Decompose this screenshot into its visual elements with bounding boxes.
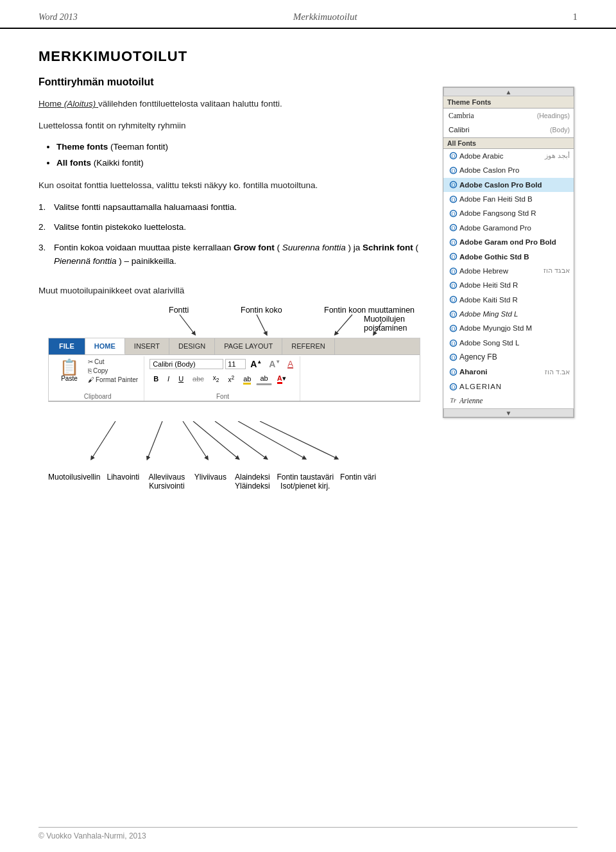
font-item-adobe-caslon-pro[interactable]: O Adobe Caslon Pro <box>443 163 574 177</box>
adobe-fan-heiti-name: Adobe Fan Heiti Std B <box>459 193 570 205</box>
font-item-adobe-kaiti[interactable]: O Adobe Kaiti Std R <box>443 293 574 307</box>
font-color-button[interactable]: A▾ <box>273 372 290 385</box>
tab-insert[interactable]: INSERT <box>125 338 169 354</box>
step3-text1: Fontin kokoa voidaan muuttaa piste kerra… <box>54 243 234 252</box>
font-item-adobe-garamond-pro[interactable]: O Adobe Garamond Pro <box>443 221 574 235</box>
svg-line-6 <box>183 421 207 458</box>
bold-button[interactable]: B <box>150 373 162 385</box>
algerian-name: ALGERIAN <box>459 381 570 392</box>
text-highlight-button[interactable]: ab <box>239 373 255 385</box>
strikethrough-button[interactable]: abc <box>189 373 208 385</box>
label-muotoilujen-poistaminen: Muotoilujen poistaminen <box>364 315 420 333</box>
tab-referen[interactable]: REFEREN <box>282 338 335 354</box>
font-icon-o13: O <box>449 324 458 333</box>
tab-home[interactable]: HOME <box>85 338 125 354</box>
font-item-calibri[interactable]: Calibri (Body) <box>443 123 574 137</box>
font-item-algerian[interactable]: O ALGERIAN <box>443 379 574 394</box>
step3-grow: Grow font <box>234 243 275 252</box>
all-fonts-header: All Fonts <box>443 137 574 149</box>
cut-button[interactable]: ✂ Cut <box>86 358 140 366</box>
tab-page-layout[interactable]: PAGE LAYOUT <box>215 338 282 354</box>
tab-file[interactable]: FILE <box>49 338 85 354</box>
font-item-adobe-hebrew[interactable]: O Adobe Hebrew אבגד הוז <box>443 264 574 278</box>
font-name-input[interactable] <box>150 359 223 369</box>
svg-text:O: O <box>451 370 455 376</box>
underline-button[interactable]: U <box>175 373 187 385</box>
bullet-parens-2: (Kaikki fontit) <box>94 158 144 168</box>
step3-italic2: Pienennä fonttia <box>54 256 117 266</box>
label-fontin-koon-muuttaminen: Fontin koon muuttaminen <box>324 306 415 315</box>
adobe-arabic-name: Adobe Arabic <box>459 150 542 162</box>
home-link[interactable]: Home (Aloitus) <box>38 99 98 109</box>
font-icon-o7: O <box>449 238 458 247</box>
intro-text1: välilehden fonttiluettelosta valitaan ha… <box>98 99 282 109</box>
bullet-bold-2: All fonts <box>56 158 91 168</box>
copy-button[interactable]: ⎘ Copy <box>86 367 140 375</box>
page-header: Word 2013 Merkkimuotoilut 1 <box>0 0 616 29</box>
font-item-adobe-fan-heiti[interactable]: O Adobe Fan Heiti Std B <box>443 192 574 206</box>
font-item-adobe-heiti[interactable]: O Adobe Heiti Std R <box>443 278 574 292</box>
font-item-adobe-myungjo[interactable]: O Adobe Myungjo Std M <box>443 321 574 335</box>
svg-text:O: O <box>451 240 455 246</box>
clear-formatting-button[interactable]: A <box>285 358 296 370</box>
font-item-arienne[interactable]: Tr Arienne <box>443 394 574 408</box>
font-row2: B I U abc x2 x2 ab <box>150 372 289 385</box>
italic-button[interactable]: I <box>164 373 173 385</box>
step-1: 1. Valitse fontti napsauttamalla haluama… <box>38 200 430 214</box>
yliviivaus-text: Yliviivaus <box>193 473 228 482</box>
font-item-adobe-garamond-pro-bold[interactable]: O Adobe Garam ond Pro Bold <box>443 235 574 249</box>
cambria-label: (Headings) <box>537 110 570 121</box>
font-item-adobe-caslon-pro-bold[interactable]: O Adobe Caslon Pro Bold <box>443 178 574 192</box>
tab-design[interactable]: DESIGN <box>169 338 215 354</box>
grow-font-button[interactable]: A▲ <box>248 358 264 370</box>
font-icon-o8: O <box>449 252 458 261</box>
step-2: 2. Valitse fontin pistekoko luettelosta. <box>38 220 430 234</box>
step-num-1: 1. <box>38 200 50 214</box>
list-item: Theme fonts (Teeman fontit) <box>56 140 430 155</box>
aharoni-rtl: אב.ד הוז <box>545 367 570 378</box>
font-item-adobe-arabic[interactable]: O Adobe Arabic أبجد هوز <box>443 149 574 163</box>
step-num-2: 2. <box>38 220 50 234</box>
format-painter-button[interactable]: 🖌 Format Painter <box>86 376 140 384</box>
bottom-arrows-area <box>48 421 420 473</box>
svg-text:O: O <box>451 269 455 275</box>
step-num-3: 3. <box>38 241 50 268</box>
copy-label: Copy <box>93 367 108 374</box>
font-item-adobe-ming[interactable]: O Adobe Ming Std L <box>443 307 574 321</box>
scroll-down-button[interactable]: ▼ <box>443 408 574 417</box>
font-item-agency-fb[interactable]: O Agency FB <box>443 350 574 365</box>
font-icon-o3: O <box>449 180 458 189</box>
clipboard-label: Clipboard <box>84 392 112 400</box>
superscript-button[interactable]: x2 <box>225 372 239 385</box>
label-fontti: Fontti <box>169 306 189 315</box>
adobe-gothic-std-name: Adobe Gothic Std B <box>459 251 570 263</box>
character-shading-button[interactable]: ab <box>256 372 271 385</box>
ribbon-group-font: A▲ A▼ A <box>146 356 300 401</box>
lihavointi-text: Lihavointi <box>105 473 141 482</box>
font-item-adobe-song[interactable]: O Adobe Song Std L <box>443 336 574 350</box>
subscript-button[interactable]: x2 <box>209 372 223 385</box>
bottom-labels-row: Muotoilusivellin Lihavointi Alleviivaus … <box>48 473 420 491</box>
muut-label: Muut muotoilupainikkeet ovat alarivillä <box>38 284 430 298</box>
font-item-cambria[interactable]: Cambria (Headings) <box>443 109 574 123</box>
label-lihavointi: Lihavointi <box>105 473 141 491</box>
bullets-intro: Luettelossa fontit on ryhmitelty ryhmiin <box>38 119 430 133</box>
adobe-heiti-name: Adobe Heiti Std R <box>459 279 570 291</box>
para2: Kun osoitat fonttia luettelossa, valittu… <box>38 178 430 193</box>
paste-button[interactable]: 📋 Paste <box>55 358 83 384</box>
font-icon-o5: O <box>449 209 458 218</box>
font-item-adobe-gothic-std[interactable]: O Adobe Gothic Std B <box>443 250 574 264</box>
ribbon-tabs: FILE HOME INSERT DESIGN PAGE LAYOUT REFE… <box>49 338 420 355</box>
font-group-content: A▲ A▼ A <box>150 358 296 392</box>
svg-line-2 <box>336 315 352 334</box>
paste-icon: 📋 <box>60 360 79 375</box>
alaindeksi-text: Alaindeksi <box>233 473 271 482</box>
shrink-font-button[interactable]: A▼ <box>266 358 283 370</box>
svg-text:O: O <box>451 326 455 332</box>
scroll-up-button[interactable]: ▲ <box>443 87 574 96</box>
font-item-adobe-fangsong[interactable]: O Adobe Fangsong Std R <box>443 206 574 220</box>
font-size-input[interactable] <box>225 359 246 369</box>
adobe-caslon-pro-name: Adobe Caslon Pro <box>459 164 570 176</box>
label-yliviivaus: Yliviivaus <box>193 473 228 491</box>
font-item-aharoni[interactable]: O Aharoni אב.ד הוז <box>443 365 574 379</box>
